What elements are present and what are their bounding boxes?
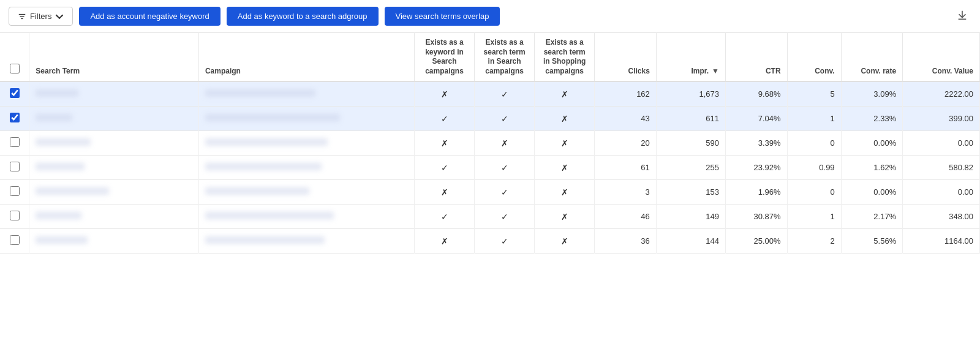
impr-cell: 149: [656, 205, 725, 229]
table-row: ✗✓✗3614425.00%25.56%1164.00: [0, 229, 980, 254]
col-header-conv-rate[interactable]: Conv. rate: [841, 33, 903, 81]
view-search-terms-overlap-button[interactable]: View search terms overlap: [385, 7, 500, 26]
exists-search-term-search-cell: ✓: [475, 107, 535, 131]
row-checkbox[interactable]: [10, 137, 20, 147]
conv-rate-cell: 0.00%: [841, 131, 903, 156]
exists-search-term-shopping-cell: ✗: [535, 156, 595, 180]
table-row: ✗✗✗205903.39%00.00%0.00: [0, 131, 980, 156]
chevron-down-icon: [55, 12, 64, 21]
clicks-cell: 46: [595, 205, 657, 229]
col-header-clicks[interactable]: Clicks: [595, 33, 657, 81]
row-checkbox-cell[interactable]: [0, 107, 29, 131]
check-icon: ✓: [441, 114, 448, 124]
exists-keyword-search-cell: ✓: [415, 156, 475, 180]
conv-rate-cell: 5.56%: [841, 229, 903, 254]
select-all-checkbox[interactable]: [10, 64, 20, 73]
exists-search-term-shopping-cell: ✗: [535, 107, 595, 131]
row-checkbox-cell[interactable]: [0, 229, 29, 254]
exists-search-term-shopping-cell: ✗: [535, 180, 595, 205]
ctr-cell: 30.87%: [726, 205, 788, 229]
sort-arrow-icon: ▼: [712, 67, 719, 77]
col-header-exists-search-term-search: Exists as a search term in Search campai…: [475, 33, 535, 81]
row-checkbox-cell[interactable]: [0, 205, 29, 229]
conv-cell: 5: [787, 81, 841, 107]
ctr-cell: 3.39%: [726, 131, 788, 156]
exists-search-term-search-cell: ✓: [475, 205, 535, 229]
ctr-cell: 7.04%: [726, 107, 788, 131]
conv-value-cell: 1164.00: [903, 229, 980, 254]
table-row: ✓✓✗436117.04%12.33%399.00: [0, 107, 980, 131]
check-icon: ✓: [441, 163, 448, 173]
row-checkbox-cell[interactable]: [0, 180, 29, 205]
conv-cell: 1: [787, 205, 841, 229]
ctr-cell: 1.96%: [726, 180, 788, 205]
cross-icon: ✗: [441, 89, 448, 99]
row-checkbox[interactable]: [10, 186, 20, 196]
check-icon: ✓: [441, 212, 448, 222]
cross-icon: ✗: [561, 89, 568, 99]
check-icon: ✓: [501, 187, 508, 197]
row-checkbox[interactable]: [10, 211, 20, 220]
row-checkbox[interactable]: [10, 162, 20, 171]
filter-icon: [18, 12, 26, 21]
row-checkbox[interactable]: [10, 235, 20, 245]
col-header-exists-keyword-search: Exists as a keyword in Search campaigns: [415, 33, 475, 81]
select-all-header[interactable]: [0, 33, 29, 81]
clicks-cell: 43: [595, 107, 657, 131]
conv-rate-cell: 1.62%: [841, 156, 903, 180]
exists-search-term-search-cell: ✓: [475, 81, 535, 107]
row-checkbox-cell[interactable]: [0, 81, 29, 107]
add-keyword-adgroup-button[interactable]: Add as keyword to a search adgroup: [227, 7, 379, 26]
impr-cell: 255: [656, 156, 725, 180]
row-checkbox-cell[interactable]: [0, 156, 29, 180]
exists-search-term-search-cell: ✓: [475, 156, 535, 180]
col-header-campaign: Campaign: [198, 33, 414, 81]
conv-cell: 0.99: [787, 156, 841, 180]
search-term-cell: [29, 156, 199, 180]
exists-keyword-search-cell: ✓: [415, 107, 475, 131]
cross-icon: ✗: [561, 138, 568, 148]
row-checkbox-cell[interactable]: [0, 131, 29, 156]
search-term-cell: [29, 131, 199, 156]
conv-value-cell: 2222.00: [903, 81, 980, 107]
exists-keyword-search-cell: ✗: [415, 81, 475, 107]
table-header-row: Search Term Campaign Exists as a keyword…: [0, 33, 980, 81]
conv-rate-cell: 0.00%: [841, 180, 903, 205]
campaign-cell: [198, 205, 414, 229]
cross-icon: ✗: [501, 138, 508, 148]
impr-cell: 1,673: [656, 81, 725, 107]
add-negative-keyword-button[interactable]: Add as account negative keyword: [79, 7, 220, 26]
check-icon: ✓: [501, 163, 508, 173]
clicks-cell: 36: [595, 229, 657, 254]
table-container: Search Term Campaign Exists as a keyword…: [0, 33, 980, 254]
cross-icon: ✗: [561, 212, 568, 222]
impr-cell: 590: [656, 131, 725, 156]
impr-cell: 611: [656, 107, 725, 131]
col-header-ctr[interactable]: CTR: [726, 33, 788, 81]
exists-keyword-search-cell: ✗: [415, 229, 475, 254]
conv-cell: 0: [787, 180, 841, 205]
exists-keyword-search-cell: ✗: [415, 180, 475, 205]
row-checkbox[interactable]: [10, 88, 20, 98]
cross-icon: ✗: [441, 187, 448, 197]
conv-value-cell: 0.00: [903, 131, 980, 156]
campaign-cell: [198, 180, 414, 205]
conv-value-cell: 399.00: [903, 107, 980, 131]
search-term-cell: [29, 107, 199, 131]
row-checkbox[interactable]: [10, 113, 20, 122]
check-icon: ✓: [501, 89, 508, 99]
cross-icon: ✗: [561, 163, 568, 173]
col-header-conv-value[interactable]: Conv. Value: [903, 33, 980, 81]
col-header-conv[interactable]: Conv.: [787, 33, 841, 81]
search-term-cell: [29, 81, 199, 107]
campaign-cell: [198, 229, 414, 254]
conv-rate-cell: 3.09%: [841, 81, 903, 107]
download-button[interactable]: [953, 6, 971, 26]
conv-value-cell: 580.82: [903, 156, 980, 180]
col-header-impr[interactable]: Impr. ▼: [656, 33, 725, 81]
filter-button[interactable]: Filters: [9, 7, 73, 26]
cross-icon: ✗: [561, 187, 568, 197]
toolbar: Filters Add as account negative keyword …: [0, 0, 980, 33]
exists-search-term-shopping-cell: ✗: [535, 131, 595, 156]
conv-rate-cell: 2.33%: [841, 107, 903, 131]
